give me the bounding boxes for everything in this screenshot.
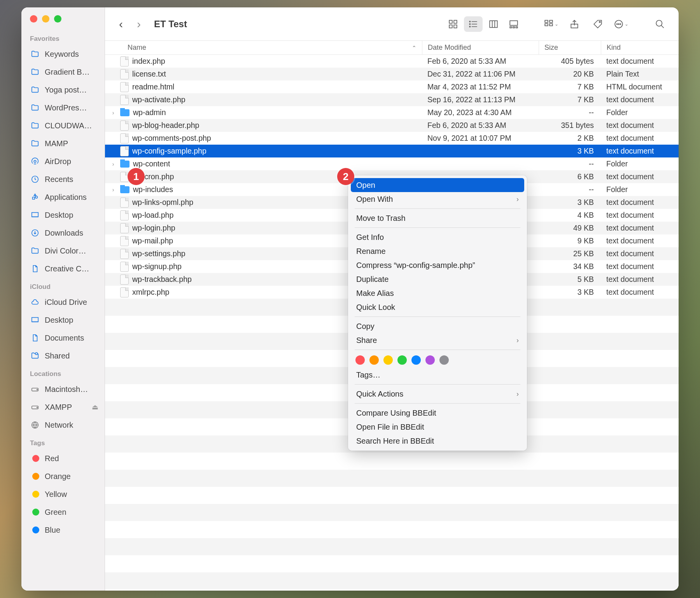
disclosure-icon[interactable]: ›: [110, 187, 117, 193]
finder-window: FavoritesKeywordsGradient B…Yoga post…Wo…: [21, 7, 679, 591]
menu-item[interactable]: Duplicate: [351, 272, 524, 286]
sidebar-item[interactable]: Documents: [21, 329, 105, 347]
disclosure-icon[interactable]: ›: [110, 110, 117, 116]
menu-item[interactable]: Search Here in BBEdit: [351, 434, 524, 448]
file-row[interactable]: wp-config-sample.php3 KBtext document: [105, 145, 679, 157]
sidebar-item[interactable]: Desktop: [21, 206, 105, 224]
tag-color-dot[interactable]: [411, 355, 421, 365]
file-icon: [120, 275, 129, 285]
file-row[interactable]: license.txtDec 31, 2022 at 11:06 PM20 KB…: [105, 68, 679, 80]
menu-item[interactable]: Open File in BBEdit: [351, 420, 524, 434]
menu-item[interactable]: Make Alias: [351, 286, 524, 300]
view-switcher: [444, 16, 523, 32]
tag-color-dot[interactable]: [425, 355, 435, 365]
sidebar-item[interactable]: XAMPP⏏: [21, 398, 105, 416]
sidebar-item[interactable]: Desktop: [21, 311, 105, 329]
menu-item[interactable]: Quick Look: [351, 300, 524, 314]
back-button[interactable]: ‹: [114, 17, 128, 31]
sidebar-item[interactable]: Creative C…: [21, 260, 105, 278]
desktop-icon: [30, 210, 40, 220]
sidebar-item[interactable]: Yellow: [21, 485, 105, 503]
sidebar-item[interactable]: Downloads: [21, 224, 105, 242]
tags-button[interactable]: [588, 16, 607, 32]
sidebar-item[interactable]: Gradient B…: [21, 63, 105, 81]
menu-item[interactable]: Rename: [351, 244, 524, 258]
share-button[interactable]: [565, 16, 584, 32]
file-icon: [120, 223, 129, 233]
file-row[interactable]: ›wp-content--Folder: [105, 157, 679, 170]
column-view-button[interactable]: [484, 16, 503, 32]
file-date: Dec 31, 2022 at 11:06 PM: [422, 70, 539, 79]
list-view-button[interactable]: [464, 16, 483, 32]
file-icon: [120, 82, 129, 92]
cloud-icon: [30, 297, 40, 307]
file-kind: Folder: [601, 185, 679, 194]
menu-item[interactable]: Open With›: [351, 192, 524, 206]
sidebar-item[interactable]: Applications: [21, 188, 105, 206]
icon-view-button[interactable]: [444, 16, 462, 32]
minimize-window-button[interactable]: [42, 15, 49, 23]
actions-button[interactable]: ⌄: [612, 16, 630, 32]
sidebar-section-title: Locations: [21, 365, 105, 380]
gallery-view-button[interactable]: [504, 16, 523, 32]
menu-item[interactable]: Compress “wp-config-sample.php”: [351, 258, 524, 272]
file-size: 351 bytes: [539, 121, 601, 130]
file-row[interactable]: ›wp-adminMay 20, 2023 at 4:30 AM--Folder: [105, 106, 679, 119]
sidebar-item[interactable]: Yoga post…: [21, 81, 105, 99]
col-name[interactable]: Name⌃: [105, 41, 422, 54]
svg-rect-13: [449, 20, 452, 23]
sidebar-item[interactable]: CLOUDWA…: [21, 117, 105, 135]
traffic-lights: [21, 15, 105, 30]
sidebar-item[interactable]: Network: [21, 416, 105, 434]
menu-item[interactable]: Get Info: [351, 230, 524, 244]
group-button[interactable]: ⌄: [542, 16, 560, 32]
menu-item[interactable]: Open: [351, 178, 524, 192]
file-row[interactable]: wp-blog-header.phpFeb 6, 2020 at 5:33 AM…: [105, 119, 679, 132]
tag-color-dot[interactable]: [397, 355, 407, 365]
zoom-window-button[interactable]: [54, 15, 61, 23]
sidebar-item[interactable]: Orange: [21, 467, 105, 485]
sidebar-item[interactable]: Red: [21, 449, 105, 467]
sidebar-item[interactable]: Macintosh…: [21, 380, 105, 398]
sidebar-item[interactable]: AirDrop: [21, 152, 105, 170]
file-size: 49 KB: [539, 224, 601, 233]
menu-item[interactable]: Tags…: [351, 368, 524, 382]
sidebar-item[interactable]: Blue: [21, 521, 105, 539]
sidebar-item[interactable]: iCloud Drive: [21, 293, 105, 311]
menu-item[interactable]: Move to Trash: [351, 211, 524, 225]
tag-color-dot[interactable]: [369, 355, 379, 365]
search-button[interactable]: [651, 16, 669, 32]
sidebar-item[interactable]: Shared: [21, 347, 105, 365]
download-icon: [30, 228, 40, 238]
col-size[interactable]: Size: [539, 41, 601, 54]
sidebar-item[interactable]: Green: [21, 503, 105, 521]
disclosure-icon[interactable]: ›: [110, 161, 117, 167]
menu-item[interactable]: Copy: [351, 319, 524, 333]
menu-item[interactable]: Share›: [351, 333, 524, 347]
tag-color-dot[interactable]: [439, 355, 449, 365]
file-icon: [120, 146, 129, 156]
forward-button[interactable]: ›: [132, 17, 145, 31]
file-size: --: [539, 159, 601, 168]
sidebar-item-label: Network: [45, 421, 100, 430]
close-window-button[interactable]: [30, 15, 37, 23]
file-row[interactable]: wp-activate.phpSep 16, 2022 at 11:13 PM7…: [105, 93, 679, 106]
file-row[interactable]: wp-comments-post.phpNov 9, 2021 at 10:07…: [105, 132, 679, 145]
col-date[interactable]: Date Modified: [422, 41, 539, 54]
sidebar-item[interactable]: MAMP: [21, 135, 105, 152]
sidebar-item[interactable]: Keywords: [21, 45, 105, 63]
tag-color-dot[interactable]: [383, 355, 393, 365]
file-row[interactable]: index.phpFeb 6, 2020 at 5:33 AM405 bytes…: [105, 55, 679, 68]
file-size: 3 KB: [539, 147, 601, 156]
tag-color-dot[interactable]: [355, 355, 365, 365]
sidebar-item[interactable]: Divi Color…: [21, 242, 105, 260]
menu-item[interactable]: Compare Using BBEdit: [351, 406, 524, 420]
sidebar-item[interactable]: Recents: [21, 170, 105, 188]
folder-icon: [30, 67, 40, 77]
col-kind[interactable]: Kind: [601, 41, 679, 54]
file-row[interactable]: readme.htmlMar 4, 2023 at 11:52 PM7 KBHT…: [105, 80, 679, 93]
sidebar-item-label: Applications: [45, 193, 100, 202]
eject-icon[interactable]: ⏏: [92, 403, 98, 411]
menu-item[interactable]: Quick Actions›: [351, 387, 524, 401]
sidebar-item[interactable]: WordPres…: [21, 99, 105, 117]
